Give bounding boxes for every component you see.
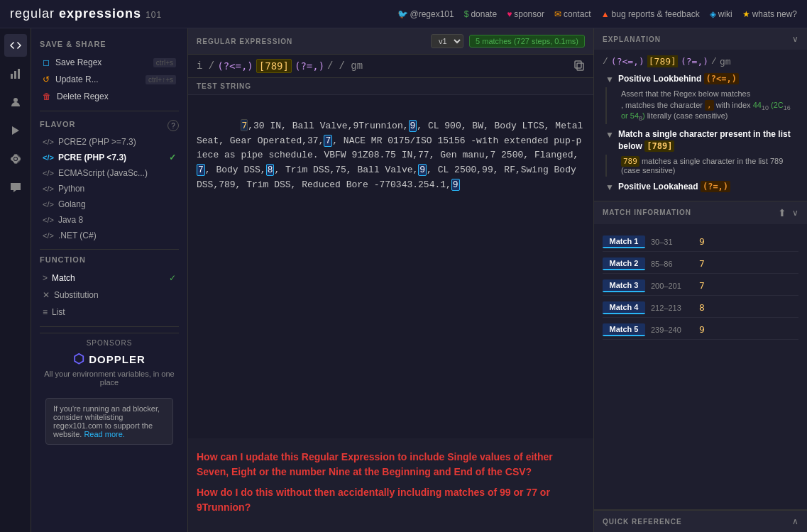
- match-icon: >: [43, 273, 48, 283]
- flavor-golang[interactable]: </> Golang: [40, 196, 179, 212]
- explanation-section: EXPLANATION ∨ / (?<=,) [789] (?=,) / gm: [594, 28, 807, 201]
- match-value-4: 8: [699, 302, 705, 313]
- match-range-3: 200–201: [651, 282, 693, 290]
- icon-user[interactable]: [4, 91, 27, 113]
- regex-bar: REGULAR EXPRESSION v1 5 matches (727 ste…: [188, 28, 593, 55]
- match-range-4: 212–213: [651, 304, 693, 312]
- function-section: FUNCTION > Match ✓ ✕ Substitution ≡ List: [40, 255, 179, 321]
- match-info-section: MATCH INFORMATION ⬆ ∨ Match 1 30–31 9 Ma…: [594, 201, 807, 510]
- refresh-icon: ↺: [43, 74, 50, 84]
- match-row-5: Match 5 239–240 9: [603, 321, 798, 340]
- doppler-logo[interactable]: ⬡ DOPPLER: [40, 351, 179, 367]
- exp-delim-left: /: [603, 56, 608, 67]
- read-more-link[interactable]: Read more.: [84, 430, 124, 438]
- save-icon: ◻: [43, 57, 50, 67]
- substitution-icon: ✕: [43, 290, 50, 300]
- icon-settings[interactable]: [4, 148, 27, 170]
- match-label-1: Match 1: [603, 235, 645, 248]
- save-regex-btn[interactable]: ◻ Save Regex ctrl+s: [40, 54, 179, 71]
- flavor-pcre[interactable]: </> PCRE (PHP <7.3) ✓: [40, 150, 179, 165]
- svg-point-5: [14, 157, 17, 160]
- match-value-1: 9: [699, 236, 705, 247]
- test-string-area[interactable]: 7,30 IN, Ball Valve,9Trunnion,9, CL 900,…: [188, 95, 593, 438]
- match-badge: 5 matches (727 steps, 0.1ms): [469, 35, 585, 48]
- nav-twitter[interactable]: 🐦 @regex101: [397, 9, 454, 19]
- code-icon-dotnet: </>: [43, 231, 54, 240]
- svg-rect-7: [575, 61, 581, 68]
- nav-contact[interactable]: ✉ contact: [554, 9, 591, 19]
- flavor-info-icon[interactable]: ?: [168, 120, 179, 131]
- flavor-dotnet[interactable]: </> .NET (C#): [40, 228, 179, 243]
- exp-lookbehind-child: Assert that the Regex below matches: [621, 89, 798, 98]
- update-regex-btn[interactable]: ↺ Update R... ctrl+↑+s: [40, 71, 179, 88]
- match-label-5: Match 5: [603, 323, 645, 336]
- function-match[interactable]: > Match ✓: [40, 270, 179, 287]
- regex-input[interactable]: i / (?<=,) [789] (?=,) / / gm: [188, 55, 593, 78]
- regex-copy-btn[interactable]: [573, 60, 585, 73]
- flavor-pcre2[interactable]: </> PCRE2 (PHP >=7.3): [40, 134, 179, 150]
- match-row-4: Match 4 212–213 8: [603, 299, 798, 318]
- exp-toggle-3[interactable]: ▼: [605, 182, 614, 192]
- icon-code[interactable]: [4, 34, 27, 57]
- match-range-2: 85–86: [651, 260, 693, 268]
- match-row-3: Match 3 200–201 7: [603, 277, 798, 296]
- exp-comma-desc: , matches the character , with index 441…: [621, 101, 798, 122]
- match-range-5: 239–240: [651, 326, 693, 334]
- exp-toggle-1[interactable]: ▼: [605, 74, 614, 84]
- exp-lookbehind-display: (?<=,): [611, 56, 644, 67]
- match-value-3: 7: [699, 280, 705, 291]
- function-list[interactable]: ≡ List: [40, 304, 179, 321]
- question-1: How can I update this Regular Expression…: [197, 450, 585, 480]
- logo: regular expressions 101: [10, 6, 162, 21]
- match-range-1: 30–31: [651, 238, 693, 246]
- exp-charclass-item: ▼ Match a single character present in th…: [605, 128, 798, 177]
- match-info-header[interactable]: MATCH INFORMATION ⬆ ∨: [594, 201, 807, 224]
- nav-donate[interactable]: $ donate: [464, 9, 497, 19]
- exp-lookbehind-title: Positive Lookbehind (?<=,): [618, 73, 798, 85]
- delete-regex-btn[interactable]: 🗑 Delete Regex: [40, 88, 179, 105]
- nav-whats-new[interactable]: ★ whats new?: [742, 9, 797, 19]
- save-share-section: SAVE & SHARE ◻ Save Regex ctrl+s ↺ Updat…: [40, 40, 179, 105]
- flavor-ecmascript[interactable]: </> ECMAScript (JavaSc...): [40, 165, 179, 181]
- flavor-python[interactable]: </> Python: [40, 181, 179, 196]
- flavor-java[interactable]: </> Java 8: [40, 212, 179, 228]
- icon-chart[interactable]: [4, 62, 27, 85]
- match-highlight-1: 7: [241, 119, 248, 131]
- doppler-desc: All your environment variables, in one p…: [40, 370, 179, 387]
- function-substitution[interactable]: ✕ Substitution: [40, 287, 179, 304]
- quick-ref-section: QUICK REFERENCE ∧: [594, 510, 807, 532]
- exp-delim-right: /: [711, 56, 717, 67]
- match-highlight-3: 7: [324, 135, 332, 147]
- quick-ref-header[interactable]: QUICK REFERENCE ∧: [594, 511, 807, 532]
- match-label-3: Match 3: [603, 279, 645, 292]
- regex-lookbehind-token: (?<=,): [217, 60, 253, 72]
- quick-ref-chevron: ∧: [792, 516, 798, 526]
- explanation-chevron: ∨: [792, 34, 798, 44]
- exp-charclass-child: 789 matches a single character in the li…: [621, 157, 798, 174]
- explanation-header[interactable]: EXPLANATION ∨: [594, 28, 807, 50]
- match-highlight-7: 9: [451, 179, 460, 191]
- match-label-4: Match 4: [603, 301, 645, 314]
- exp-toggle-2[interactable]: ▼: [605, 130, 614, 140]
- match-value-2: 7: [699, 258, 705, 269]
- nav-bug-reports[interactable]: ▲ bug reports & feedback: [601, 9, 700, 19]
- doppler-icon: ⬡: [73, 351, 84, 367]
- exp-lookbehind-item: ▼ Positive Lookbehind (?<=,) Assert that…: [605, 73, 798, 124]
- match-row-2: Match 2 85–86 7: [603, 255, 798, 274]
- svg-point-3: [13, 98, 18, 102]
- code-icon-py: </>: [43, 184, 54, 193]
- code-icon-active: </>: [43, 153, 54, 162]
- icon-chat[interactable]: [4, 176, 27, 199]
- nav-wiki[interactable]: ◈ wiki: [710, 9, 732, 19]
- icon-play[interactable]: [4, 119, 27, 142]
- exp-bracket-display: [789]: [647, 55, 678, 67]
- nav-sponsor[interactable]: ♥ sponsor: [507, 9, 544, 19]
- version-select[interactable]: v1: [431, 34, 463, 48]
- top-nav: regular expressions 101 🐦 @regex101 $ do…: [0, 0, 807, 28]
- nav-links: 🐦 @regex101 $ donate ♥ sponsor ✉ contact…: [397, 9, 798, 19]
- sponsors-section: SPONSORS ⬡ DOPPLER All your environment …: [40, 333, 179, 392]
- svg-rect-6: [577, 63, 583, 70]
- match-info-copy-icon[interactable]: ⬆: [778, 207, 786, 218]
- svg-rect-1: [14, 71, 16, 79]
- match-highlight-2: 9: [409, 120, 417, 132]
